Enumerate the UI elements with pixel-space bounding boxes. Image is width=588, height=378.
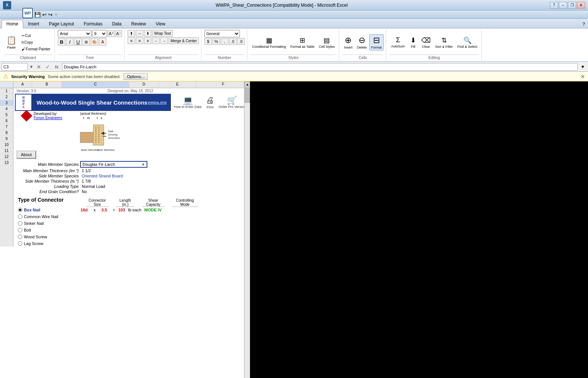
redo-btn[interactable]: ↪: [48, 12, 53, 18]
row-7[interactable]: 7: [0, 124, 13, 130]
common-wire-nail-option[interactable]: Common Wire Nail: [18, 214, 162, 219]
minimize-btn[interactable]: –: [559, 2, 567, 9]
font-size-select[interactable]: 9: [92, 30, 107, 37]
box-nail-option[interactable]: Box Nail: [18, 208, 40, 212]
vertical-scrollbar[interactable]: ▲ ▼: [244, 81, 250, 378]
formula-expand-icon[interactable]: ▼: [29, 64, 34, 69]
main-member-species-dropdown[interactable]: Douglas Fir-Larch ▼: [80, 161, 147, 168]
autosum-btn[interactable]: Σ AutoSum: [389, 35, 407, 49]
format-cells-btn[interactable]: ⊟ Format: [369, 34, 384, 50]
about-button[interactable]: About: [16, 151, 36, 159]
tab-page-layout[interactable]: Page Layout: [44, 20, 79, 28]
conditional-formatting-btn[interactable]: ▦ Conditional Formatting: [250, 35, 288, 50]
sinker-nail-radio[interactable]: [18, 221, 22, 226]
order-pro-btn[interactable]: 🛒 Order Pro Version: [219, 96, 245, 109]
italic-btn[interactable]: I: [66, 38, 74, 46]
copy-btn[interactable]: ⎘ Copy: [20, 39, 52, 46]
increase-font-btn[interactable]: A⁺: [108, 30, 115, 37]
ribbon-help-btn[interactable]: ?: [579, 21, 588, 28]
indent-decrease-btn[interactable]: ←: [152, 37, 160, 44]
decrease-font-btn[interactable]: A⁻: [115, 30, 122, 37]
row-3[interactable]: 3: [0, 100, 13, 106]
wood-screw-radio[interactable]: [18, 235, 22, 239]
scroll-thumb[interactable]: [245, 88, 250, 103]
restore-btn[interactable]: ❐: [568, 2, 576, 9]
tab-view[interactable]: View: [151, 20, 170, 28]
font-color-btn[interactable]: A: [99, 38, 106, 46]
website-link[interactable]: wwpa.org: [148, 100, 167, 105]
decrease-decimal-btn[interactable]: .0: [237, 38, 245, 45]
row-10[interactable]: 10: [0, 142, 13, 148]
row-1[interactable]: 1: [0, 88, 13, 94]
bolt-option[interactable]: Bolt: [18, 228, 162, 232]
row-5[interactable]: 5: [0, 112, 13, 118]
how-to-btn[interactable]: 💻 How to Enter Data: [174, 96, 201, 109]
close-btn[interactable]: ✕: [577, 2, 585, 9]
sinker-nail-option[interactable]: Sinker Nail: [18, 221, 162, 226]
options-button[interactable]: Options...: [123, 73, 148, 80]
scroll-up-btn[interactable]: ▲: [244, 81, 250, 87]
tab-data[interactable]: Data: [107, 20, 126, 28]
col-header-more[interactable]: F: [196, 81, 250, 88]
align-right-btn[interactable]: ≡: [144, 37, 151, 44]
tab-home[interactable]: Home: [1, 20, 23, 28]
security-close-icon[interactable]: ✕: [581, 74, 585, 80]
row-8[interactable]: 8: [0, 130, 13, 136]
row-2[interactable]: 2: [0, 94, 13, 100]
underline-btn[interactable]: U: [74, 38, 82, 46]
tab-insert[interactable]: Insert: [23, 20, 44, 28]
tab-review[interactable]: Review: [126, 20, 151, 28]
comma-btn[interactable]: ,: [221, 38, 228, 45]
wrap-text-btn[interactable]: Wrap Text: [152, 30, 173, 37]
cell-reference[interactable]: [1, 63, 28, 71]
insert-function-icon[interactable]: fx: [53, 65, 60, 69]
align-bottom-btn[interactable]: ⬇: [144, 30, 151, 37]
help-btn[interactable]: ?: [550, 2, 558, 9]
col-header-A[interactable]: A: [13, 81, 32, 88]
merge-center-btn[interactable]: Merge & Center: [169, 37, 199, 44]
lag-screw-option[interactable]: Lag Screw: [18, 241, 162, 246]
bolt-radio[interactable]: [18, 228, 22, 232]
box-nail-radio[interactable]: [18, 208, 22, 212]
row-12[interactable]: 12: [0, 154, 13, 160]
formula-input[interactable]: Douglas Fir-Larch: [62, 63, 578, 71]
wood-screw-option[interactable]: Wood Screw: [18, 235, 162, 239]
common-wire-nail-radio[interactable]: [18, 214, 22, 219]
col-header-C[interactable]: C: [62, 81, 129, 88]
scroll-track[interactable]: [244, 87, 250, 378]
lag-screw-radio[interactable]: [18, 241, 22, 246]
cell-styles-btn[interactable]: ▤ Cell Styles: [317, 35, 337, 50]
sort-filter-btn[interactable]: ⇅ Sort & Filter: [433, 35, 455, 50]
align-middle-btn[interactable]: ↔: [136, 30, 143, 37]
formula-expand-right[interactable]: ▼: [579, 64, 587, 69]
increase-decimal-btn[interactable]: .0: [229, 38, 237, 45]
align-center-btn[interactable]: ≡: [136, 37, 143, 44]
align-left-btn[interactable]: ≡: [128, 37, 135, 44]
align-top-btn[interactable]: ⬆: [128, 30, 135, 37]
highlight-btn[interactable]: 🎨: [91, 38, 98, 46]
row-6[interactable]: 6: [0, 118, 13, 124]
bold-btn[interactable]: B: [58, 38, 65, 46]
save-btn[interactable]: 💾: [34, 12, 41, 18]
col-header-B[interactable]: B: [32, 81, 62, 88]
find-select-btn[interactable]: 🔍 Find & Select: [456, 35, 479, 50]
print-btn[interactable]: 🖨 Print: [206, 96, 214, 109]
row-11[interactable]: 11: [0, 148, 13, 154]
indent-increase-btn[interactable]: →: [160, 37, 168, 44]
fill-btn[interactable]: ⬇ Fill: [407, 35, 419, 50]
currency-btn[interactable]: $: [204, 38, 212, 45]
insert-cells-btn[interactable]: ⊕ Insert: [342, 34, 354, 50]
percent-btn[interactable]: %: [213, 38, 220, 45]
cancel-formula-icon[interactable]: ✕: [35, 64, 43, 70]
developer-name[interactable]: Forum Engineers: [34, 116, 62, 120]
row-13[interactable]: 13: [0, 160, 13, 166]
row-9[interactable]: 9: [0, 136, 13, 142]
undo-btn[interactable]: ↩: [42, 12, 47, 18]
col-header-E[interactable]: E: [159, 81, 196, 88]
confirm-formula-icon[interactable]: ✓: [44, 64, 51, 70]
font-name-select[interactable]: Arial: [58, 30, 91, 37]
format-painter-btn[interactable]: 🖌 Format Painter: [20, 46, 52, 52]
row-4[interactable]: 4: [0, 106, 13, 112]
cut-btn[interactable]: ✂ Cut: [20, 32, 52, 39]
format-as-table-btn[interactable]: ⊞ Format as Table: [288, 35, 316, 50]
